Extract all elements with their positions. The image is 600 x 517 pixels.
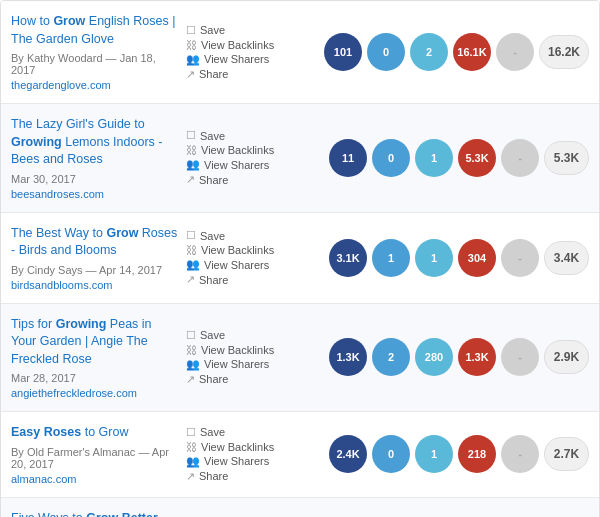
metrics-panel: 2.4K01218-2.7K <box>286 435 589 473</box>
article-title[interactable]: Easy Roses to Grow <box>11 424 178 442</box>
action-share[interactable]: ↗Share <box>186 273 280 286</box>
article-title[interactable]: Tips for Growing Peas in Your Garden | A… <box>11 316 178 369</box>
result-row-4: Tips for Growing Peas in Your Garden | A… <box>1 304 599 413</box>
action-view-backlinks[interactable]: ⛓View Backlinks <box>186 344 280 356</box>
action-share[interactable]: ↗Share <box>186 173 280 186</box>
save-icon: ☐ <box>186 229 196 242</box>
view-backlinks-icon: ⛓ <box>186 144 197 156</box>
action-save[interactable]: ☐Save <box>186 229 280 242</box>
save-label: Save <box>200 130 225 142</box>
metric-total-shares[interactable]: 101 <box>324 33 362 71</box>
actions-panel: ☐Save⛓View Backlinks👥View Sharers↗Share <box>186 229 286 286</box>
article-title[interactable]: Five Ways to Grow Better Roses <box>11 510 178 518</box>
view-sharers-label: View Sharers <box>204 455 269 467</box>
action-view-sharers[interactable]: 👥View Sharers <box>186 158 280 171</box>
results-container: How to Grow English Roses | The Garden G… <box>0 0 600 517</box>
view-backlinks-label: View Backlinks <box>201 344 274 356</box>
action-share[interactable]: ↗Share <box>186 470 280 483</box>
article-domain[interactable]: almanac.com <box>11 473 178 485</box>
view-backlinks-icon: ⛓ <box>186 244 197 256</box>
metric-other[interactable]: - <box>501 338 539 376</box>
view-sharers-icon: 👥 <box>186 53 200 66</box>
metric-twitter[interactable]: 1 <box>415 139 453 177</box>
view-sharers-label: View Sharers <box>204 53 269 65</box>
view-sharers-label: View Sharers <box>204 358 269 370</box>
action-view-backlinks[interactable]: ⛓View Backlinks <box>186 441 280 453</box>
metric-twitter[interactable]: 280 <box>415 338 453 376</box>
article-title[interactable]: How to Grow English Roses | The Garden G… <box>11 13 178 48</box>
share-icon: ↗ <box>186 470 195 483</box>
action-view-sharers[interactable]: 👥View Sharers <box>186 455 280 468</box>
metric-facebook[interactable]: 2 <box>372 338 410 376</box>
view-sharers-icon: 👥 <box>186 258 200 271</box>
article-title[interactable]: The Best Way to Grow Roses - Birds and B… <box>11 225 178 260</box>
metric-other[interactable]: - <box>501 139 539 177</box>
article-domain[interactable]: angiethefreckledrose.com <box>11 387 178 399</box>
actions-panel: ☐Save⛓View Backlinks👥View Sharers↗Share <box>186 129 286 186</box>
article-info: The Best Way to Grow Roses - Birds and B… <box>11 225 186 291</box>
metric-other[interactable]: - <box>496 33 534 71</box>
article-meta: Mar 30, 2017 <box>11 173 178 185</box>
metric-pinterest[interactable]: 218 <box>458 435 496 473</box>
view-backlinks-icon: ⛓ <box>186 441 197 453</box>
save-icon: ☐ <box>186 426 196 439</box>
metric-pinterest[interactable]: 304 <box>458 239 496 277</box>
action-view-backlinks[interactable]: ⛓View Backlinks <box>186 39 280 51</box>
metric-other[interactable]: - <box>501 435 539 473</box>
metric-twitter[interactable]: 1 <box>415 239 453 277</box>
share-label: Share <box>199 274 228 286</box>
save-label: Save <box>200 24 225 36</box>
metric-total-badge: 3.4K <box>544 241 589 275</box>
action-save[interactable]: ☐Save <box>186 426 280 439</box>
article-info: How to Grow English Roses | The Garden G… <box>11 13 186 91</box>
action-save[interactable]: ☐Save <box>186 24 280 37</box>
article-info: Easy Roses to GrowBy Old Farmer's Almana… <box>11 424 186 485</box>
metric-facebook[interactable]: 0 <box>372 435 410 473</box>
article-domain[interactable]: beesandroses.com <box>11 188 178 200</box>
actions-panel: ☐Save⛓View Backlinks👥View Sharers↗Share <box>186 24 286 81</box>
metric-pinterest[interactable]: 5.3K <box>458 139 496 177</box>
action-share[interactable]: ↗Share <box>186 68 280 81</box>
metric-facebook[interactable]: 0 <box>372 139 410 177</box>
share-label: Share <box>199 373 228 385</box>
action-save[interactable]: ☐Save <box>186 329 280 342</box>
metric-twitter[interactable]: 2 <box>410 33 448 71</box>
article-info: Five Ways to Grow Better RosesBy Gardene… <box>11 510 186 518</box>
view-sharers-icon: 👥 <box>186 455 200 468</box>
metric-facebook[interactable]: 1 <box>372 239 410 277</box>
article-title[interactable]: The Lazy Girl's Guide to Growing Lemons … <box>11 116 178 169</box>
share-label: Share <box>199 470 228 482</box>
save-icon: ☐ <box>186 24 196 37</box>
article-info: The Lazy Girl's Guide to Growing Lemons … <box>11 116 186 200</box>
share-icon: ↗ <box>186 173 195 186</box>
action-share[interactable]: ↗Share <box>186 373 280 386</box>
article-domain[interactable]: thegardenglove.com <box>11 79 178 91</box>
result-row-3: The Best Way to Grow Roses - Birds and B… <box>1 213 599 304</box>
metric-total-shares[interactable]: 1.3K <box>329 338 367 376</box>
metric-total-shares[interactable]: 2.4K <box>329 435 367 473</box>
article-meta: By Cindy Says — Apr 14, 2017 <box>11 264 178 276</box>
view-backlinks-label: View Backlinks <box>201 441 274 453</box>
save-label: Save <box>200 230 225 242</box>
action-view-sharers[interactable]: 👥View Sharers <box>186 258 280 271</box>
share-label: Share <box>199 174 228 186</box>
metric-twitter[interactable]: 1 <box>415 435 453 473</box>
metrics-panel: 1010216.1K-16.2K <box>286 33 589 71</box>
metric-pinterest[interactable]: 16.1K <box>453 33 491 71</box>
metric-facebook[interactable]: 0 <box>367 33 405 71</box>
metrics-panel: 3.1K11304-3.4K <box>286 239 589 277</box>
article-domain[interactable]: birdsandblooms.com <box>11 279 178 291</box>
result-row-1: How to Grow English Roses | The Garden G… <box>1 1 599 104</box>
action-view-sharers[interactable]: 👥View Sharers <box>186 358 280 371</box>
metric-other[interactable]: - <box>501 239 539 277</box>
metric-total-shares[interactable]: 3.1K <box>329 239 367 277</box>
article-meta: Mar 28, 2017 <box>11 372 178 384</box>
action-view-sharers[interactable]: 👥View Sharers <box>186 53 280 66</box>
action-view-backlinks[interactable]: ⛓View Backlinks <box>186 144 280 156</box>
metric-pinterest[interactable]: 1.3K <box>458 338 496 376</box>
metric-total-shares[interactable]: 11 <box>329 139 367 177</box>
action-view-backlinks[interactable]: ⛓View Backlinks <box>186 244 280 256</box>
save-icon: ☐ <box>186 129 196 142</box>
action-save[interactable]: ☐Save <box>186 129 280 142</box>
metric-total-badge: 16.2K <box>539 35 589 69</box>
